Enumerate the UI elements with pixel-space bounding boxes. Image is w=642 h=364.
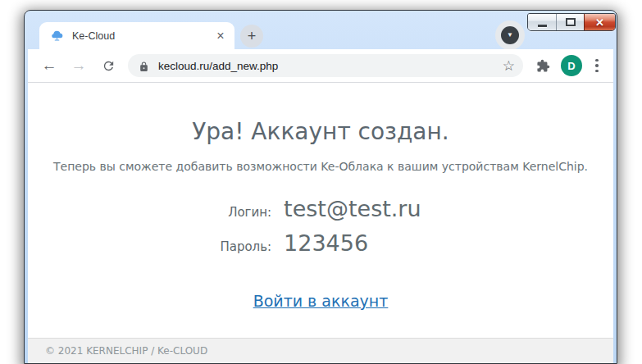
puzzle-icon [536,59,550,73]
tab-ke-cloud[interactable]: Ke-Cloud × [39,22,234,49]
address-bar[interactable]: kecloud.ru/add_new.php ☆ [128,54,523,77]
tab-title: Ke-Cloud [72,30,213,42]
minimize-icon [538,25,547,27]
login-label: Логин: [220,205,271,220]
maximize-button[interactable] [556,14,584,30]
password-label: Пароль: [220,239,271,254]
close-button[interactable]: ✕ [584,14,615,30]
url-text[interactable]: kecloud.ru/add_new.php [158,60,503,72]
login-value: test@test.ru [284,196,421,221]
browser-viewport: ← → kecloud.ru/add_new.php ☆ D Ура! Акка… [28,49,613,363]
window-caption-buttons: ✕ [527,13,616,31]
search-tabs-button[interactable]: ▼ [495,20,525,50]
browser-toolbar: ← → kecloud.ru/add_new.php ☆ D [28,49,613,82]
forward-button[interactable]: → [69,56,89,75]
reload-icon [102,59,116,73]
plus-icon: + [248,28,257,45]
copyright-text: © 2021 KERNELCHIP / Ke-CLOUD [45,345,207,357]
page-title: Ура! Аккаунт создан. [28,118,613,145]
profile-avatar[interactable]: D [561,55,582,76]
page-subtext: Теперь вы сможете добавить возможности K… [28,160,613,173]
link-row: Войти в аккаунт [28,292,613,310]
login-account-link[interactable]: Войти в аккаунт [253,292,389,310]
chevron-down-icon: ▼ [501,26,519,44]
cloud-favicon-icon [50,29,64,43]
minimize-button[interactable] [528,14,556,30]
reload-button[interactable] [98,56,118,75]
lock-icon[interactable] [139,61,149,71]
credentials-block: Логин: test@test.ru Пароль: 123456 [220,196,421,256]
page-footer: © 2021 KERNELCHIP / Ke-CLOUD [28,338,613,363]
password-value: 123456 [284,230,421,256]
bookmark-star-icon[interactable]: ☆ [503,59,515,73]
page-content: Ура! Аккаунт создан. Теперь вы сможете д… [28,83,613,338]
tab-strip: Ke-Cloud × + ▼ ✕ [25,11,617,49]
back-button[interactable]: ← [39,56,59,75]
tab-close-icon[interactable]: × [213,29,228,43]
extensions-button[interactable] [533,56,553,75]
menu-kebab-icon[interactable] [589,59,605,73]
browser-window: Ke-Cloud × + ▼ ✕ ← → keclou [24,10,617,364]
new-tab-button[interactable]: + [240,25,263,48]
maximize-icon [566,18,576,26]
